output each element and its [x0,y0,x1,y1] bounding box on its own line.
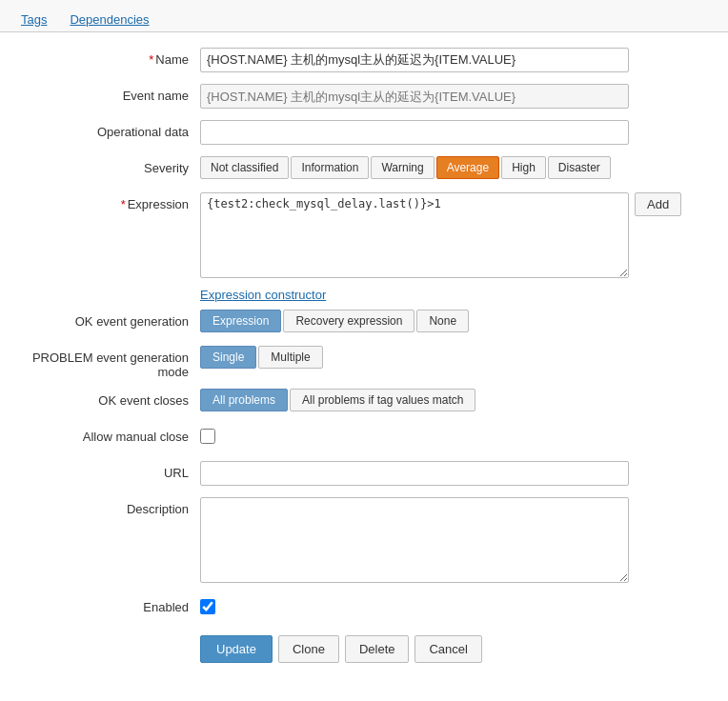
manual-close-row: Allow manual close [10,425,718,451]
problem-event-multiple[interactable]: Multiple [258,346,322,369]
severity-warning[interactable]: Warning [371,156,434,179]
tab-dependencies[interactable]: Dependencies [58,8,160,31]
enabled-control [200,595,718,614]
description-label: Description [10,497,200,516]
expression-wrapper: {test2:check_mysql_delay.last()}>1 Add [200,192,718,278]
severity-information[interactable]: Information [291,156,369,179]
manual-close-checkbox-wrap [200,425,718,444]
ok-closes-all[interactable]: All problems [200,389,288,411]
event-name-row: Event name [10,84,718,110]
tab-tags[interactable]: Tags [10,8,58,31]
enabled-label: Enabled [10,595,200,614]
delete-button[interactable]: Delete [345,635,410,663]
problem-event-control: Single Multiple [200,346,718,369]
manual-close-checkbox[interactable] [200,429,215,444]
name-label: *Name [10,48,200,67]
problem-event-buttons: Single Multiple [200,346,718,369]
name-control [200,48,718,72]
url-input[interactable] [200,461,629,486]
ok-event-buttons: Expression Recovery expression None [200,310,718,332]
tab-bar: Tags Dependencies [0,0,728,32]
event-name-label: Event name [10,84,200,103]
severity-buttons: Not classified Information Warning Avera… [200,156,718,179]
description-control [200,497,718,586]
enabled-checkbox-wrap [200,595,718,614]
manual-close-label: Allow manual close [10,425,200,444]
ok-event-recovery[interactable]: Recovery expression [283,310,415,332]
severity-average[interactable]: Average [436,156,499,179]
event-name-control [200,84,718,109]
expression-label: *Expression [10,192,200,211]
ok-closes-label: OK event closes [10,389,200,408]
cancel-button[interactable]: Cancel [415,635,481,663]
ok-event-label: OK event generation [10,310,200,329]
clone-button[interactable]: Clone [278,635,339,663]
problem-event-label: PROBLEM event generation mode [10,346,200,379]
problem-event-single[interactable]: Single [200,346,256,369]
update-button[interactable]: Update [200,635,273,663]
description-textarea[interactable] [200,497,629,583]
enabled-checkbox[interactable] [200,599,215,614]
ok-event-none[interactable]: None [416,310,469,332]
event-name-input[interactable] [200,84,629,109]
form-area: *Name Event name Operational data Severi… [0,32,728,672]
ok-closes-tag[interactable]: All problems if tag values match [290,389,475,411]
operational-data-control [200,120,718,145]
operational-data-row: Operational data [10,120,718,147]
ok-closes-control: All problems All problems if tag values … [200,389,718,411]
severity-control: Not classified Information Warning Avera… [200,156,718,179]
severity-high[interactable]: High [501,156,546,179]
description-row: Description [10,497,718,586]
operational-data-input[interactable] [200,120,629,145]
ok-closes-buttons: All problems All problems if tag values … [200,389,718,411]
expression-row: *Expression {test2:check_mysql_delay.las… [10,192,718,278]
severity-row: Severity Not classified Information Warn… [10,156,718,183]
url-row: URL [10,461,718,488]
problem-event-row: PROBLEM event generation mode Single Mul… [10,346,718,379]
severity-disaster[interactable]: Disaster [548,156,611,179]
name-input[interactable] [200,48,629,72]
name-row: *Name [10,48,718,74]
severity-not-classified[interactable]: Not classified [200,156,289,179]
expression-constructor-link[interactable]: Expression constructor [200,288,718,302]
expression-control: {test2:check_mysql_delay.last()}>1 Add [200,192,718,278]
ok-event-control: Expression Recovery expression None [200,310,718,332]
add-button[interactable]: Add [635,192,681,216]
operational-data-label: Operational data [10,120,200,139]
enabled-row: Enabled [10,595,718,622]
ok-event-expression[interactable]: Expression [200,310,281,332]
url-control [200,461,718,486]
expression-textarea[interactable]: {test2:check_mysql_delay.last()}>1 [200,192,629,278]
severity-label: Severity [10,156,200,175]
ok-event-row: OK event generation Expression Recovery … [10,310,718,336]
manual-close-control [200,425,718,444]
action-buttons: Update Clone Delete Cancel [200,635,718,663]
url-label: URL [10,461,200,480]
ok-closes-row: OK event closes All problems All problem… [10,389,718,415]
required-marker: * [149,52,153,67]
